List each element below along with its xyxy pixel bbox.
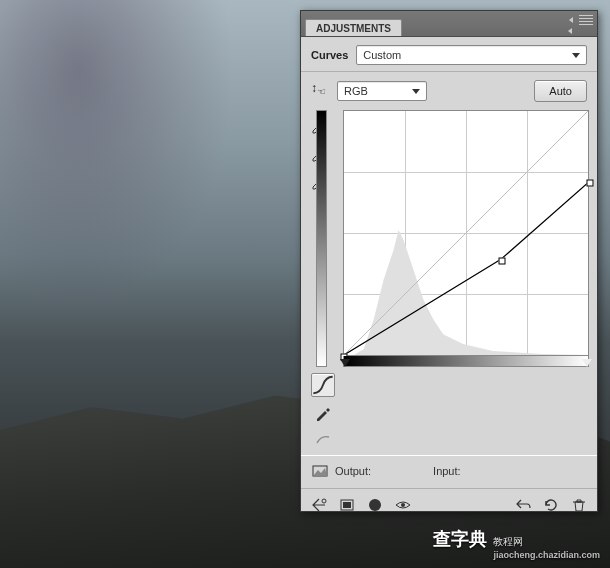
chevron-down-icon (412, 89, 420, 94)
svg-point-5 (322, 499, 326, 503)
visibility-icon[interactable] (393, 495, 413, 515)
curve-point[interactable] (587, 180, 594, 187)
watermark-brand: 查字典 (433, 527, 487, 551)
curve-lines (344, 111, 588, 355)
curve-point[interactable] (499, 257, 506, 264)
watermark-tag: 教程网 (493, 536, 523, 547)
smooth-tool-icon[interactable] (313, 429, 333, 449)
output-gradient (316, 110, 327, 367)
curves-main-area (301, 110, 597, 371)
curve-tools-column (309, 371, 337, 449)
panel-tabbar: ADJUSTMENTS (301, 11, 597, 37)
panel-footer (301, 489, 597, 521)
clip-to-layer-icon[interactable] (365, 495, 385, 515)
curve-wrap (329, 110, 589, 367)
chevron-down-icon (572, 53, 580, 58)
black-slider[interactable] (340, 359, 350, 367)
curve-point-tool-icon[interactable] (311, 373, 335, 397)
output-input-row: Output: Input: (301, 455, 597, 489)
preset-value: Custom (363, 49, 401, 61)
adjustments-panel: ADJUSTMENTS Curves Custom RGB Auto (300, 10, 598, 512)
white-slider[interactable] (582, 359, 592, 367)
delete-icon[interactable] (569, 495, 589, 515)
expanded-view-icon[interactable] (337, 495, 357, 515)
return-to-list-icon[interactable] (309, 495, 329, 515)
input-label: Input: (433, 465, 461, 477)
output-label: Output: (335, 465, 371, 477)
auto-button[interactable]: Auto (534, 80, 587, 102)
preset-row: Curves Custom (301, 37, 597, 72)
channel-value: RGB (344, 85, 368, 97)
panel-menu-icon[interactable] (579, 15, 593, 25)
watermark-url: jiaocheng.chazidian.com (493, 550, 600, 560)
svg-point-8 (369, 499, 381, 511)
reset-icon[interactable] (541, 495, 561, 515)
svg-line-3 (344, 111, 588, 355)
collapse-icon[interactable] (569, 17, 573, 23)
curves-graph[interactable] (343, 110, 589, 356)
svg-rect-7 (343, 502, 351, 508)
pencil-tool-icon[interactable] (313, 403, 333, 423)
preset-select[interactable]: Custom (356, 45, 587, 65)
adjustment-type-label: Curves (311, 49, 348, 61)
input-gradient[interactable] (343, 356, 589, 367)
channel-row: RGB Auto (301, 72, 597, 110)
watermark: 查字典 教程网 jiaocheng.chazidian.com (433, 527, 600, 560)
scrubby-slider-icon[interactable] (311, 82, 329, 100)
tab-adjustments[interactable]: ADJUSTMENTS (305, 19, 402, 36)
svg-point-9 (401, 503, 405, 507)
clip-preview-icon[interactable] (311, 462, 329, 480)
previous-state-icon[interactable] (513, 495, 533, 515)
channel-select[interactable]: RGB (337, 81, 427, 101)
